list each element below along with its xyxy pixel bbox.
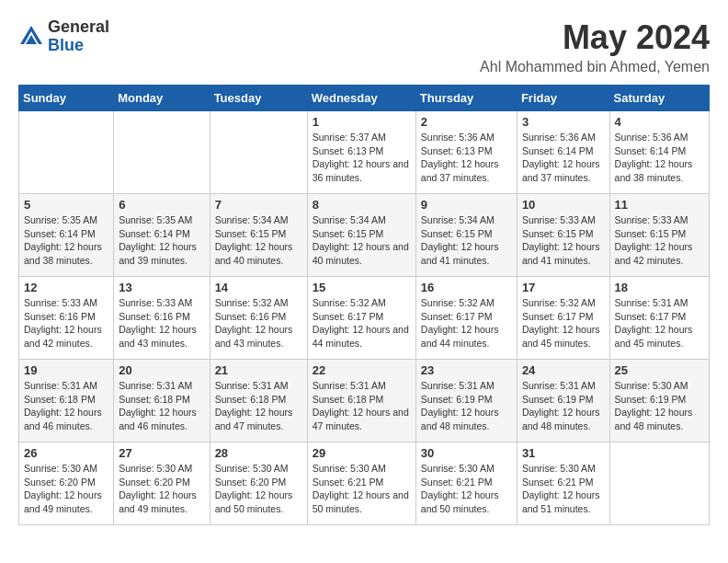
calendar-week-row: 26Sunrise: 5:30 AMSunset: 6:20 PMDayligh… xyxy=(19,442,710,525)
calendar-cell: 18Sunrise: 5:31 AMSunset: 6:17 PMDayligh… xyxy=(609,277,709,360)
day-info: Sunrise: 5:37 AMSunset: 6:13 PMDaylight:… xyxy=(313,131,411,185)
day-info: Sunrise: 5:32 AMSunset: 6:16 PMDaylight:… xyxy=(215,296,302,350)
day-number: 4 xyxy=(615,115,704,129)
day-number: 6 xyxy=(119,198,204,212)
day-number: 8 xyxy=(313,198,411,212)
day-number: 13 xyxy=(119,281,204,294)
day-number: 30 xyxy=(421,446,512,460)
day-info: Sunrise: 5:33 AMSunset: 6:16 PMDaylight:… xyxy=(24,296,108,350)
page-header: General Blue May 2024 Ahl Mohammed bin A… xyxy=(18,18,710,75)
day-info: Sunrise: 5:31 AMSunset: 6:17 PMDaylight:… xyxy=(615,296,704,350)
calendar-cell: 16Sunrise: 5:32 AMSunset: 6:17 PMDayligh… xyxy=(415,277,517,360)
calendar-cell: 12Sunrise: 5:33 AMSunset: 6:16 PMDayligh… xyxy=(19,277,114,360)
day-number: 19 xyxy=(24,363,108,377)
day-number: 31 xyxy=(522,446,605,460)
weekday-header: Wednesday xyxy=(307,86,415,111)
day-info: Sunrise: 5:31 AMSunset: 6:18 PMDaylight:… xyxy=(24,379,108,433)
calendar-cell: 7Sunrise: 5:34 AMSunset: 6:15 PMDaylight… xyxy=(210,194,307,277)
calendar-week-row: 1Sunrise: 5:37 AMSunset: 6:13 PMDaylight… xyxy=(19,111,710,194)
day-number: 7 xyxy=(215,198,302,212)
day-info: Sunrise: 5:35 AMSunset: 6:14 PMDaylight:… xyxy=(119,213,204,268)
day-number: 17 xyxy=(522,281,605,294)
day-number: 1 xyxy=(313,115,411,129)
calendar-cell: 23Sunrise: 5:31 AMSunset: 6:19 PMDayligh… xyxy=(415,360,517,442)
calendar-table: SundayMondayTuesdayWednesdayThursdayFrid… xyxy=(18,85,710,525)
logo-text: General Blue xyxy=(48,18,109,55)
day-number: 20 xyxy=(119,363,204,377)
day-info: Sunrise: 5:32 AMSunset: 6:17 PMDaylight:… xyxy=(421,296,512,350)
day-info: Sunrise: 5:36 AMSunset: 6:14 PMDaylight:… xyxy=(522,131,605,185)
day-number: 3 xyxy=(522,115,605,129)
day-number: 18 xyxy=(615,281,704,294)
calendar-cell xyxy=(210,111,307,194)
logo-general: General xyxy=(48,17,109,36)
weekday-header: Friday xyxy=(517,86,609,111)
day-number: 12 xyxy=(24,281,108,294)
day-info: Sunrise: 5:30 AMSunset: 6:20 PMDaylight:… xyxy=(24,462,108,516)
day-number: 24 xyxy=(522,363,605,377)
day-info: Sunrise: 5:31 AMSunset: 6:18 PMDaylight:… xyxy=(215,379,302,433)
day-info: Sunrise: 5:34 AMSunset: 6:15 PMDaylight:… xyxy=(421,213,512,268)
month-title: May 2024 xyxy=(480,18,710,57)
calendar-cell: 21Sunrise: 5:31 AMSunset: 6:18 PMDayligh… xyxy=(210,360,307,442)
weekday-header: Tuesday xyxy=(210,86,307,111)
calendar-cell: 9Sunrise: 5:34 AMSunset: 6:15 PMDaylight… xyxy=(415,194,517,277)
day-info: Sunrise: 5:30 AMSunset: 6:20 PMDaylight:… xyxy=(215,462,302,516)
day-info: Sunrise: 5:31 AMSunset: 6:18 PMDaylight:… xyxy=(119,379,204,433)
calendar-cell: 11Sunrise: 5:33 AMSunset: 6:15 PMDayligh… xyxy=(609,194,709,277)
calendar-cell: 5Sunrise: 5:35 AMSunset: 6:14 PMDaylight… xyxy=(19,194,114,277)
calendar-cell: 1Sunrise: 5:37 AMSunset: 6:13 PMDaylight… xyxy=(307,111,415,194)
location-title: Ahl Mohammed bin Ahmed, Yemen xyxy=(480,59,710,75)
calendar-cell: 4Sunrise: 5:36 AMSunset: 6:14 PMDaylight… xyxy=(609,111,709,194)
day-number: 2 xyxy=(421,115,512,129)
day-number: 14 xyxy=(215,281,302,294)
calendar-cell: 14Sunrise: 5:32 AMSunset: 6:16 PMDayligh… xyxy=(210,277,307,360)
day-info: Sunrise: 5:36 AMSunset: 6:14 PMDaylight:… xyxy=(615,131,704,185)
day-info: Sunrise: 5:31 AMSunset: 6:18 PMDaylight:… xyxy=(313,379,411,433)
weekday-header: Thursday xyxy=(415,86,517,111)
calendar-cell: 28Sunrise: 5:30 AMSunset: 6:20 PMDayligh… xyxy=(210,442,307,525)
calendar-week-row: 5Sunrise: 5:35 AMSunset: 6:14 PMDaylight… xyxy=(19,194,710,277)
day-number: 27 xyxy=(119,446,204,460)
day-info: Sunrise: 5:30 AMSunset: 6:21 PMDaylight:… xyxy=(313,462,411,516)
calendar-cell xyxy=(609,442,709,525)
day-info: Sunrise: 5:32 AMSunset: 6:17 PMDaylight:… xyxy=(313,296,411,350)
day-number: 22 xyxy=(313,363,411,377)
logo-blue: Blue xyxy=(48,36,84,54)
logo: General Blue xyxy=(18,18,109,55)
day-info: Sunrise: 5:33 AMSunset: 6:15 PMDaylight:… xyxy=(522,213,605,268)
day-info: Sunrise: 5:30 AMSunset: 6:20 PMDaylight:… xyxy=(119,462,204,516)
day-info: Sunrise: 5:30 AMSunset: 6:21 PMDaylight:… xyxy=(522,462,605,516)
calendar-cell: 13Sunrise: 5:33 AMSunset: 6:16 PMDayligh… xyxy=(114,277,210,360)
weekday-header: Monday xyxy=(114,86,210,111)
day-number: 16 xyxy=(421,281,512,294)
calendar-cell: 15Sunrise: 5:32 AMSunset: 6:17 PMDayligh… xyxy=(307,277,415,360)
day-number: 11 xyxy=(615,198,704,212)
day-number: 15 xyxy=(313,281,411,294)
day-info: Sunrise: 5:34 AMSunset: 6:15 PMDaylight:… xyxy=(215,213,302,268)
calendar-cell: 31Sunrise: 5:30 AMSunset: 6:21 PMDayligh… xyxy=(517,442,609,525)
day-info: Sunrise: 5:33 AMSunset: 6:16 PMDaylight:… xyxy=(119,296,204,350)
day-number: 28 xyxy=(215,446,302,460)
calendar-cell xyxy=(19,111,114,194)
calendar-cell: 20Sunrise: 5:31 AMSunset: 6:18 PMDayligh… xyxy=(114,360,210,442)
day-info: Sunrise: 5:31 AMSunset: 6:19 PMDaylight:… xyxy=(421,379,512,433)
day-number: 23 xyxy=(421,363,512,377)
calendar-cell: 25Sunrise: 5:30 AMSunset: 6:19 PMDayligh… xyxy=(609,360,709,442)
day-number: 10 xyxy=(522,198,605,212)
calendar-cell: 27Sunrise: 5:30 AMSunset: 6:20 PMDayligh… xyxy=(114,442,210,525)
day-info: Sunrise: 5:32 AMSunset: 6:17 PMDaylight:… xyxy=(522,296,605,350)
calendar-cell: 26Sunrise: 5:30 AMSunset: 6:20 PMDayligh… xyxy=(19,442,114,525)
calendar-cell: 8Sunrise: 5:34 AMSunset: 6:15 PMDaylight… xyxy=(307,194,415,277)
day-info: Sunrise: 5:31 AMSunset: 6:19 PMDaylight:… xyxy=(522,379,605,433)
day-info: Sunrise: 5:36 AMSunset: 6:13 PMDaylight:… xyxy=(421,131,512,185)
day-number: 5 xyxy=(24,198,108,212)
calendar-cell: 3Sunrise: 5:36 AMSunset: 6:14 PMDaylight… xyxy=(517,111,609,194)
calendar-cell: 30Sunrise: 5:30 AMSunset: 6:21 PMDayligh… xyxy=(415,442,517,525)
weekday-header: Sunday xyxy=(19,86,114,111)
day-info: Sunrise: 5:30 AMSunset: 6:19 PMDaylight:… xyxy=(615,379,704,433)
weekday-header: Saturday xyxy=(609,86,709,111)
calendar-cell: 29Sunrise: 5:30 AMSunset: 6:21 PMDayligh… xyxy=(307,442,415,525)
calendar-week-row: 19Sunrise: 5:31 AMSunset: 6:18 PMDayligh… xyxy=(19,360,710,442)
logo-icon xyxy=(18,24,44,50)
